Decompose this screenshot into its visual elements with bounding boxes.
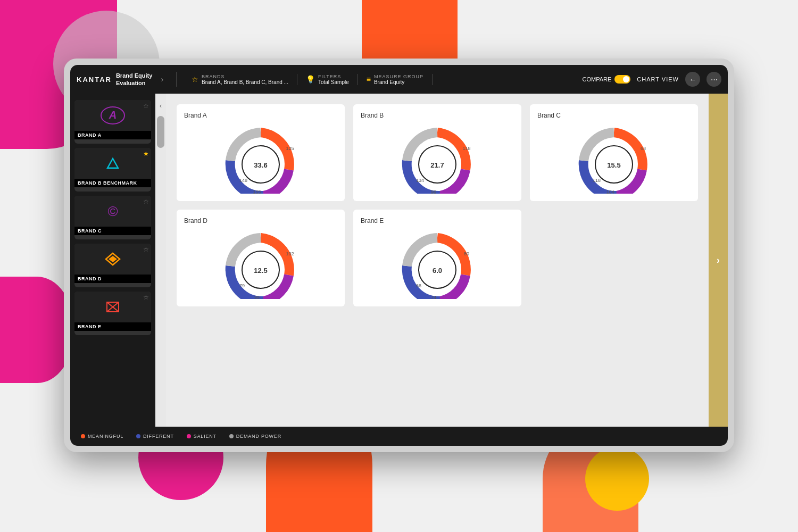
donut-chart-e: 6.0 80 66 74 (397, 230, 477, 299)
svg-text:15.5: 15.5 (607, 161, 620, 169)
svg-text:118: 118 (593, 178, 601, 183)
device-screen: KANTAR Brand Equity Evaluation › ☆ BRAND… (70, 65, 728, 446)
nav-filters-section[interactable]: 💡 FILTERS Total Sample (297, 74, 358, 85)
svg-text:134: 134 (416, 178, 424, 183)
sidebar-item-brand-c[interactable]: ☆ © BRAND C (74, 196, 151, 239)
chart-title-brand-e: Brand E (361, 217, 384, 225)
svg-text:A: A (109, 109, 117, 121)
star-icon-b[interactable]: ★ (143, 150, 149, 157)
legend-meaningful: MEANINGFUL (81, 434, 123, 439)
toggle-switch[interactable] (614, 75, 630, 84)
star-icon-d[interactable]: ☆ (143, 246, 149, 253)
more-options-button[interactable]: ⋯ (706, 72, 721, 87)
star-icon-c[interactable]: ☆ (143, 198, 149, 205)
donut-chart-c: 15.5 63 118 104 (574, 124, 654, 194)
sidebar-item-brand-d[interactable]: ☆ BRAND D (74, 244, 151, 287)
svg-text:155: 155 (253, 189, 261, 194)
legend-salient: SALIENT (187, 434, 217, 439)
svg-text:99: 99 (254, 295, 260, 299)
brand-c-label: BRAND C (74, 227, 151, 235)
sidebar-item-brand-b[interactable]: ★ BRAND B BENCHMARK (74, 148, 151, 192)
toggle-knob (623, 76, 629, 82)
brand-e-logo (99, 297, 126, 317)
charts-area: Brand A (166, 94, 709, 427)
back-button[interactable]: ← (685, 72, 700, 87)
device-frame: KANTAR Brand Equity Evaluation › ☆ BRAND… (64, 59, 734, 452)
svg-text:148: 148 (239, 178, 247, 183)
star-icon-e[interactable]: ☆ (143, 294, 149, 301)
navbar: KANTAR Brand Equity Evaluation › ☆ BRAND… (70, 65, 728, 94)
demand-power-dot (229, 434, 234, 438)
svg-marker-2 (107, 159, 118, 168)
star-icon-a[interactable]: ☆ (143, 102, 149, 110)
brands-value: Brand A, Brand B, Brand C, Brand ... (202, 79, 288, 85)
svg-text:74: 74 (431, 295, 436, 299)
right-arrow-icon: › (717, 255, 720, 266)
svg-text:104: 104 (606, 189, 614, 194)
nav-measure-section[interactable]: ≡ MEASURE GROUP Brand Equity (358, 74, 433, 85)
meaningful-dot (81, 434, 85, 438)
svg-text:12.5: 12.5 (254, 267, 267, 275)
filters-label: FILTERS (318, 74, 349, 79)
meaningful-label: MEANINGFUL (88, 434, 123, 439)
brands-label: BRANDS (202, 74, 288, 79)
chart-card-brand-e: Brand E 6.0 80 66 74 (353, 210, 521, 306)
charts-row-2: Brand D 12.5 102 79 99 (177, 210, 698, 306)
main-content: ☆ A BRAND A ★ (70, 94, 728, 427)
brand-b-logo (99, 153, 126, 173)
nav-chevron-icon: › (161, 75, 163, 84)
svg-text:80: 80 (464, 251, 469, 256)
chart-card-brand-c: Brand C 15.5 63 118 104 (530, 104, 698, 201)
chart-title-brand-c: Brand C (537, 112, 561, 119)
nav-right: COMPARE CHART VIEW ← ⋯ (583, 72, 721, 87)
svg-text:21.7: 21.7 (430, 161, 444, 169)
brand-e-label: BRAND E (74, 322, 151, 331)
donut-chart-b: 21.7 118 134 96 (397, 124, 477, 194)
different-dot (136, 434, 140, 438)
chart-title-brand-a: Brand A (184, 112, 207, 119)
right-nav-button[interactable]: › (709, 94, 728, 427)
brand-d-label: BRAND D (74, 275, 151, 283)
measure-value: Brand Equity (374, 79, 423, 85)
salient-label: SALIENT (194, 434, 217, 439)
chart-title-brand-d: Brand D (184, 217, 207, 225)
svg-text:63: 63 (641, 146, 646, 151)
compare-toggle[interactable]: COMPARE (583, 75, 631, 84)
kantar-logo: KANTAR (77, 76, 112, 84)
nav-brands-section[interactable]: ☆ BRANDS Brand A, Brand B, Brand C, Bran… (183, 74, 297, 85)
demand-power-label: DEMAND POWER (236, 434, 281, 439)
bg-blob-yellow (585, 447, 649, 511)
chart-card-empty (530, 210, 698, 306)
svg-text:102: 102 (286, 251, 294, 256)
svg-text:6.0: 6.0 (433, 267, 442, 275)
sidebar-item-brand-a[interactable]: ☆ A BRAND A (74, 100, 151, 144)
sidebar-item-brand-e[interactable]: ☆ BRAND E (74, 292, 151, 335)
svg-text:©: © (107, 203, 118, 219)
legend-demand-power: DEMAND POWER (229, 434, 281, 439)
scroll-area: ‹ (155, 94, 166, 427)
svg-marker-6 (109, 256, 117, 262)
charts-row-1: Brand A (177, 104, 698, 201)
scroll-thumb[interactable] (157, 116, 164, 148)
nav-brand: KANTAR Brand Equity Evaluation › (77, 72, 177, 87)
different-label: DIFFERENT (143, 434, 174, 439)
app-title: Brand Equity Evaluation (116, 72, 152, 87)
legend-different: DIFFERENT (136, 434, 174, 439)
measure-label: MEASURE GROUP (374, 74, 423, 79)
chart-title-brand-b: Brand B (361, 112, 384, 119)
svg-text:33.6: 33.6 (254, 161, 267, 169)
brand-a-logo: A (99, 105, 126, 126)
bg-blob-pink-left (0, 277, 74, 383)
filters-value: Total Sample (318, 79, 349, 85)
compare-label: COMPARE (583, 76, 612, 82)
donut-chart-d: 12.5 102 79 99 (221, 230, 301, 299)
scroll-up-button[interactable]: ‹ (155, 98, 166, 114)
chart-card-brand-d: Brand D 12.5 102 79 99 (177, 210, 345, 306)
brand-b-label: BRAND B BENCHMARK (74, 179, 151, 187)
svg-text:79: 79 (239, 283, 245, 288)
bottom-legend: MEANINGFUL DIFFERENT SALIENT DEMAND POWE… (70, 427, 728, 446)
svg-text:118: 118 (462, 146, 470, 151)
chart-view-label: CHART VIEW (637, 76, 679, 82)
brand-d-logo (99, 249, 126, 269)
chart-card-brand-a: Brand A (177, 104, 345, 201)
